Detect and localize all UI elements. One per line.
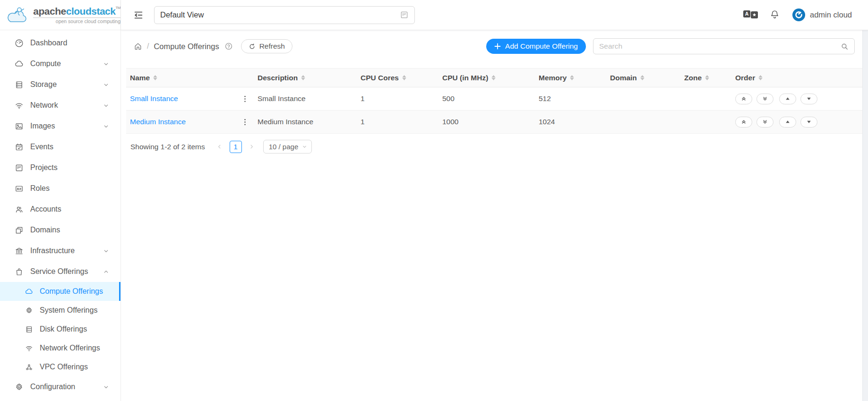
search-input[interactable] xyxy=(599,42,841,51)
sidebar-item-projects[interactable]: Projects xyxy=(0,157,120,178)
compute-offerings-table: Name Description CPU Cores CPU (in MHz) … xyxy=(126,68,862,134)
column-header-actions xyxy=(236,68,254,87)
menu-fold-icon[interactable] xyxy=(133,10,144,20)
sidebar-item-accounts[interactable]: Accounts xyxy=(0,199,120,220)
table-row: Medium Instance Medium Instance 1 1000 1… xyxy=(126,111,862,134)
cell-cpu-cores: 1 xyxy=(357,111,438,134)
brand-title: apachecloudstackTM xyxy=(33,6,120,16)
sidebar-item-network-offerings[interactable]: Network Offerings xyxy=(0,339,120,358)
user-menu[interactable]: admin cloud xyxy=(792,9,852,21)
sidebar-item-compute[interactable]: Compute xyxy=(0,53,120,74)
column-header-cpu-cores[interactable]: CPU Cores xyxy=(357,68,438,87)
sidebar-item-vpc-offerings[interactable]: VPC Offerings xyxy=(0,358,120,376)
cloud-icon xyxy=(15,60,24,68)
move-down-button[interactable] xyxy=(800,117,817,128)
move-up-button[interactable] xyxy=(779,94,796,104)
sidebar-item-images[interactable]: Images xyxy=(0,116,120,137)
next-page-icon[interactable] xyxy=(246,141,258,153)
cloudstack-monkey-logo-icon xyxy=(6,5,30,25)
main-area: A admin cloud / Compute Offerings Refres… xyxy=(121,0,868,401)
brand-logo: apachecloudstackTM open source cloud com… xyxy=(0,0,120,30)
sort-carets-icon xyxy=(758,75,763,80)
move-down-button[interactable] xyxy=(800,94,817,104)
search-icon[interactable] xyxy=(841,43,849,51)
cell-description: Small Instance xyxy=(254,87,357,111)
view-selector[interactable] xyxy=(154,6,415,24)
row-actions-icon[interactable] xyxy=(240,94,250,104)
block-icon xyxy=(15,226,24,235)
column-header-cpu-mhz[interactable]: CPU (in MHz) xyxy=(438,68,535,87)
page-size-select[interactable]: 10 / page xyxy=(263,140,312,154)
home-icon[interactable] xyxy=(134,42,142,51)
database-icon xyxy=(25,325,33,333)
sidebar-item-roles[interactable]: Roles xyxy=(0,178,120,199)
content-area: Name Description CPU Cores CPU (in MHz) … xyxy=(121,60,868,154)
refresh-button[interactable]: Refresh xyxy=(241,39,292,53)
sidebar: apachecloudstackTM open source cloud com… xyxy=(0,0,121,401)
sidebar-item-service-offerings[interactable]: Service Offerings xyxy=(0,261,120,282)
wifi-icon xyxy=(15,101,24,110)
column-header-domain[interactable]: Domain xyxy=(606,68,680,87)
bank-icon xyxy=(15,247,24,256)
column-header-description[interactable]: Description xyxy=(254,68,357,87)
sidebar-item-events[interactable]: Events xyxy=(0,137,120,157)
cell-memory: 1024 xyxy=(535,111,606,134)
sort-carets-icon xyxy=(570,75,574,80)
project-switch-icon[interactable] xyxy=(400,10,409,19)
top-bar: A admin cloud xyxy=(121,0,868,30)
idcard-icon xyxy=(15,184,24,193)
order-controls xyxy=(735,117,859,128)
row-actions-icon[interactable] xyxy=(240,117,250,127)
cell-cpu-mhz: 500 xyxy=(438,87,535,111)
pagination: Showing 1-2 of 2 items 1 10 / page xyxy=(126,134,862,154)
sort-carets-icon xyxy=(705,75,709,80)
page-title: Compute Offerings xyxy=(154,42,219,51)
toolbar-row: / Compute Offerings Refresh Add Compute … xyxy=(121,30,868,60)
add-compute-offering-button[interactable]: Add Compute Offering xyxy=(486,39,586,54)
bell-icon[interactable] xyxy=(770,9,780,20)
move-to-top-button[interactable] xyxy=(735,117,752,128)
translate-icon[interactable]: A xyxy=(743,9,758,21)
move-up-button[interactable] xyxy=(779,117,796,128)
sidebar-item-system-offerings[interactable]: System Offerings xyxy=(0,301,120,320)
sidebar-item-compute-offerings[interactable]: Compute Offerings xyxy=(0,282,120,301)
move-to-bottom-button[interactable] xyxy=(756,117,773,128)
column-header-name[interactable]: Name xyxy=(126,68,236,87)
offering-name-link[interactable]: Medium Instance xyxy=(130,118,186,126)
sidebar-item-dashboard[interactable]: Dashboard xyxy=(0,33,120,53)
table-header-row: Name Description CPU Cores CPU (in MHz) … xyxy=(126,68,862,87)
sidebar-item-domains[interactable]: Domains xyxy=(0,220,120,240)
offering-name-link[interactable]: Small Instance xyxy=(130,94,178,102)
sidebar-item-configuration[interactable]: Configuration xyxy=(0,376,120,397)
cluster-icon xyxy=(25,363,33,371)
move-to-top-button[interactable] xyxy=(735,94,752,104)
sidebar-item-network[interactable]: Network xyxy=(0,95,120,116)
scrollbar[interactable] xyxy=(862,30,868,401)
cloud-icon xyxy=(25,288,33,296)
service-offerings-submenu: Compute Offerings System Offerings Disk … xyxy=(0,282,120,376)
plus-icon xyxy=(494,43,501,50)
chevron-down-icon xyxy=(103,123,109,129)
sort-carets-icon xyxy=(153,75,157,80)
move-to-bottom-button[interactable] xyxy=(756,94,773,104)
reload-icon xyxy=(249,43,256,50)
order-controls xyxy=(735,94,859,104)
page-size-value: 10 / page xyxy=(269,143,299,151)
help-icon[interactable] xyxy=(224,42,233,51)
app-window: apachecloudstackTM open source cloud com… xyxy=(0,0,868,401)
breadcrumb: / Compute Offerings Refresh xyxy=(134,39,292,53)
sidebar-item-storage[interactable]: Storage xyxy=(0,74,120,95)
sidebar-item-infrastructure[interactable]: Infrastructure xyxy=(0,240,120,261)
chevron-down-icon xyxy=(103,248,109,254)
calendar-check-icon xyxy=(15,143,24,152)
column-header-order[interactable]: Order xyxy=(731,68,862,87)
brand-tagline: open source cloud computing xyxy=(33,17,120,24)
page-number-button[interactable]: 1 xyxy=(230,141,242,153)
column-header-zone[interactable]: Zone xyxy=(680,68,731,87)
column-header-memory[interactable]: Memory xyxy=(535,68,606,87)
sidebar-item-disk-offerings[interactable]: Disk Offerings xyxy=(0,320,120,339)
user-name: admin cloud xyxy=(810,10,852,19)
team-icon xyxy=(15,205,24,214)
view-selector-input[interactable] xyxy=(160,10,400,19)
previous-page-icon[interactable] xyxy=(214,141,225,153)
